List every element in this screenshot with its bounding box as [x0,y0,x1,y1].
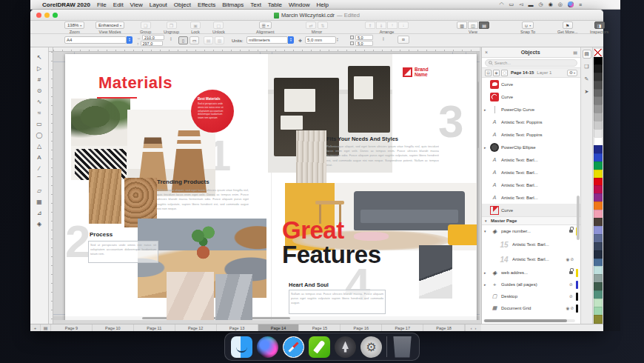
units-dropdown-arrows[interactable]: ▴▾ [288,36,294,44]
page-tab[interactable]: Page 9 [51,324,93,331]
menu-item[interactable]: Edit [113,1,124,8]
expander-icon[interactable]: ▸ [484,145,488,150]
layer-badges[interactable] [569,282,574,287]
layer-label[interactable]: Guides (all pages) [501,282,567,287]
menu-item[interactable]: View [130,1,143,8]
object-label[interactable]: Curve [501,95,567,99]
zoom-level-dropdown[interactable]: 138%▾ [64,21,84,29]
pick-tool[interactable]: ↖ [33,52,46,62]
system-preferences-dock-icon[interactable] [360,336,382,358]
control-center-icon[interactable]: ≡ [579,2,582,7]
color-none[interactable] [594,48,603,57]
dock-separator[interactable] [386,336,387,357]
wifi-icon[interactable]: ◠ [499,1,503,7]
shape-tool[interactable]: ▷ [33,63,46,73]
safari-dock-icon[interactable] [283,336,304,358]
battery-icon[interactable]: ▬ [529,2,534,7]
duplicate-distance-y-field[interactable]: 5,0 [355,41,373,46]
portrait-orientation-button[interactable]: ▯ [178,36,188,44]
siri-dock-icon[interactable] [257,336,278,358]
master-row[interactable]: ▸ + Guides (all pages) [482,279,580,290]
object-label[interactable]: Artistic Text: Barl... [501,183,567,187]
master-page-section[interactable]: ▾ Master Page [482,216,580,225]
trending-products-body[interactable]: Pellentesque aliquet, sed eget lorem ult… [157,188,249,215]
objects-horizontal-scrollbar[interactable] [483,319,575,322]
menu-item[interactable]: Help [316,1,328,8]
object-label[interactable]: Curve [501,82,567,87]
page-tab[interactable]: Page 12 [175,324,217,331]
finder-dock-icon[interactable] [231,336,252,358]
master-row[interactable]: 14 Artistic Text: Barl... [482,252,580,267]
best-materials-badge[interactable]: Best Materials Sed ut perspiciatis unde … [191,90,234,133]
view-grid-button[interactable]: ◫ [468,21,478,29]
menu-item[interactable]: Text [250,1,261,8]
rectangle-tool[interactable]: ▭ [33,119,46,129]
marble-swatch[interactable] [419,245,452,299]
object-label[interactable]: PowerClip Ellipse [501,145,567,150]
page-tab[interactable]: Page 16 [341,324,382,331]
heart-title[interactable]: Heart And Soul [289,282,329,288]
mirror-horizontal-button[interactable]: ⇄ [306,21,316,29]
menu-item[interactable]: Window [289,1,309,8]
page-size-dropdown-arrows[interactable]: ▴▾ [127,36,133,44]
brand-logo[interactable]: BrandName [403,67,429,77]
app-menu[interactable]: CorelDRAW 2020 [42,1,90,8]
ellipse-tool[interactable]: ◯ [33,130,46,140]
master-row[interactable]: ▦ Document Grid [482,302,580,314]
nudge-spinner[interactable]: ▴▾ [337,38,338,42]
object-row[interactable]: A Artistic Text: Barl... [482,191,580,204]
expander-icon[interactable]: ▸ [484,282,488,287]
to-back-button[interactable]: ⇓ [376,21,386,29]
add-page-button[interactable]: + [30,324,41,331]
current-page-dimensions-button[interactable]: ▤ [204,36,213,44]
layer-options-dropdown[interactable]: ⚙▾ [567,70,577,76]
layer-label[interactable]: Document Grid [501,306,564,310]
forward-one-button[interactable]: ↑ [387,21,398,29]
menu-item[interactable]: Table [268,1,282,8]
text-tool[interactable]: A [33,152,46,162]
great-title[interactable]: Great [282,219,344,242]
object-label[interactable]: Artistic Text: Poppins [501,133,567,137]
artistic-media-tool[interactable]: ≈ [33,107,46,118]
comments-tab-icon[interactable]: ❑ [583,62,591,71]
clock-icon[interactable]: ◷ [539,1,543,7]
page-label[interactable]: Page 14-15 [511,70,534,75]
group-button[interactable]: ❏ [141,21,151,29]
page-height-field[interactable]: 297,0 [141,41,163,46]
launchpad-dock-icon[interactable] [335,336,356,358]
freehand-tool[interactable]: ∿ [33,96,46,107]
stone-swatch-beige[interactable] [167,272,214,320]
object-label[interactable]: Artistic Text: Barl... [501,158,567,162]
object-row[interactable]: ▸ PowerClip Ellipse [482,141,580,153]
page-width-field[interactable]: 210,0 [142,35,164,40]
layer-label[interactable]: web addres... [501,270,567,275]
process-title[interactable]: Process [90,231,113,238]
object-label[interactable]: PowerClip Curve [501,107,567,112]
color-olive[interactable] [594,315,603,324]
object-label[interactable]: Artistic Text: Barl... [501,196,567,200]
watermark-number-2[interactable]: 2 [65,219,90,264]
object-row[interactable]: A Artistic Text: Barl... [482,179,580,191]
expander-icon[interactable]: ▸ [484,270,488,275]
get-more-button[interactable]: ⚑ [563,21,573,29]
polygon-tool[interactable]: △ [33,141,46,151]
expander-icon[interactable]: ▸ [484,107,488,112]
coreldraw-dock-icon[interactable] [309,336,330,358]
view-rulers-button[interactable]: ▥ [457,21,467,29]
page-tab[interactable]: Page 18 [423,324,465,331]
page-tab[interactable]: Page 10 [93,324,134,331]
master-row[interactable]: ▸ ◈ web addres... [482,267,580,279]
object-row[interactable]: Curve [482,78,580,90]
page-tab[interactable]: Page 11 [134,324,175,331]
object-row[interactable]: A Artistic Text: Barl... [482,166,580,179]
drawing-canvas[interactable]: 1 2 Materials Best Materials Sed ut pers… [53,52,480,320]
stone-swatch-gray[interactable] [215,274,252,320]
object-row[interactable]: Curve [482,204,580,216]
fits-title[interactable]: Fits Your Needs And Styles [326,136,398,142]
layer-badges[interactable] [566,306,574,310]
page-tab[interactable]: Page 13 [217,324,258,331]
lock-button[interactable]: ▣ [190,21,201,29]
page-size-dropdown[interactable]: A4 [64,36,127,44]
object-row[interactable]: ▸ PowerClip Curve [482,103,580,116]
materials-underline[interactable] [97,97,137,99]
